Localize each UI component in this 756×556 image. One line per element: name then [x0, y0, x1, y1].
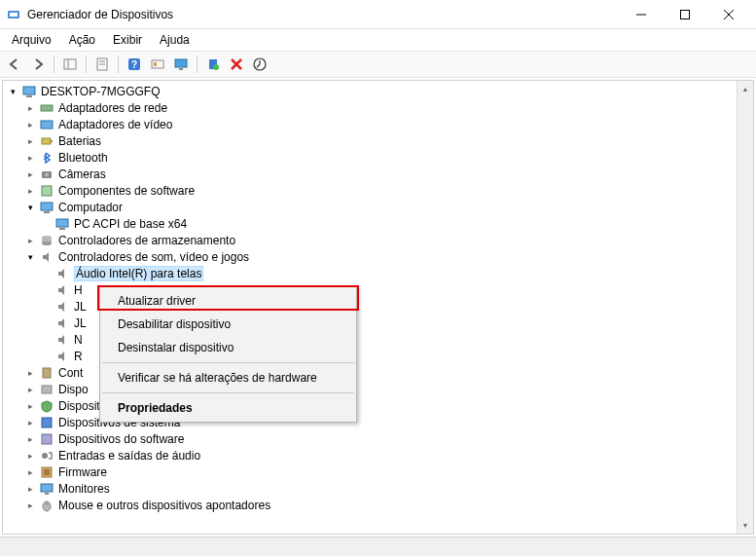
tree-label: Componentes de software	[58, 184, 195, 198]
tree-label: JL	[74, 300, 87, 314]
svg-rect-15	[175, 59, 187, 67]
chevron-right-icon[interactable]: ▸	[24, 167, 37, 180]
computer-icon	[21, 84, 37, 99]
toolbar-icon[interactable]	[147, 54, 168, 75]
tree-item[interactable]: ▾ Computador	[3, 199, 753, 215]
svg-point-29	[45, 172, 49, 176]
svg-rect-22	[23, 87, 35, 94]
bluetooth-icon	[39, 150, 54, 166]
uninstall-button[interactable]	[226, 54, 247, 75]
network-adapter-icon	[39, 100, 54, 116]
chevron-down-icon[interactable]: ▾	[24, 250, 37, 263]
chevron-right-icon[interactable]: ▸	[24, 101, 37, 114]
tree-item[interactable]: ▸ Controladores de armazenamento	[3, 232, 753, 248]
menubar: Arquivo Ação Exibir Ajuda	[0, 29, 756, 51]
chevron-right-icon[interactable]: ▸	[24, 482, 37, 495]
tree-item[interactable]: ▸ Monitores	[3, 480, 753, 497]
context-properties[interactable]: Propriedades	[100, 396, 356, 420]
svg-text:?: ?	[131, 59, 137, 70]
tree-item[interactable]: ▸ Bluetooth	[3, 149, 753, 166]
chevron-right-icon[interactable]: ▸	[24, 234, 37, 246]
forward-button[interactable]	[27, 54, 49, 75]
back-button[interactable]	[4, 54, 25, 75]
scan-hardware-button[interactable]	[202, 54, 224, 75]
chevron-right-icon[interactable]: ▸	[24, 151, 37, 164]
svg-rect-16	[179, 68, 183, 70]
computer-icon	[39, 200, 54, 215]
tree-item[interactable]: ▸ Adaptadores de vídeo	[3, 116, 753, 132]
scroll-up-icon[interactable]: ▴	[738, 81, 753, 97]
sound-icon	[54, 282, 70, 298]
storage-icon	[39, 233, 54, 248]
chevron-right-icon[interactable]: ▸	[24, 499, 37, 511]
tree-item[interactable]: ▸ Entradas e saídas de áudio	[3, 447, 753, 463]
maximize-button[interactable]	[663, 0, 706, 28]
computer-icon	[54, 216, 70, 232]
tree-item[interactable]: ▸ Firmware	[3, 463, 753, 480]
svg-rect-3	[680, 10, 689, 19]
chevron-down-icon[interactable]: ▾	[24, 201, 37, 213]
chevron-right-icon[interactable]: ▸	[24, 432, 37, 445]
svg-rect-23	[26, 95, 32, 97]
chevron-right-icon[interactable]: ▸	[24, 449, 37, 462]
properties-button[interactable]	[91, 54, 113, 75]
menu-help[interactable]: Ajuda	[152, 31, 198, 49]
monitor-icon[interactable]	[170, 54, 192, 75]
chevron-right-icon[interactable]: ▸	[24, 118, 37, 130]
chevron-down-icon[interactable]: ▾	[7, 85, 19, 97]
vertical-scrollbar[interactable]: ▴ ▾	[737, 81, 753, 534]
svg-rect-40	[42, 418, 52, 427]
sound-icon	[54, 315, 70, 331]
menu-file[interactable]: Arquivo	[4, 31, 59, 49]
tree-label: Dispo	[58, 383, 89, 396]
context-update-driver[interactable]: Atualizar driver	[100, 289, 356, 313]
tree-label: DESKTOP-7MGGGFQ	[41, 85, 160, 98]
tree-label: Mouse e outros dispositivos apontadores	[58, 499, 270, 512]
help-button[interactable]: ?	[124, 54, 145, 75]
tree-item[interactable]: ▸ Dispositivos do software	[3, 430, 753, 447]
monitor-icon	[39, 481, 54, 497]
toolbar-separator	[197, 56, 198, 73]
svg-rect-44	[44, 469, 50, 475]
tree-item[interactable]: ▸ Baterias	[3, 132, 753, 149]
tree-item[interactable]: ▸ Adaptadores de rede	[3, 99, 753, 116]
tree-label: N	[74, 333, 83, 347]
tree-item-selected[interactable]: Áudio Intel(R) para telas	[3, 265, 753, 281]
tree-item[interactable]: ▸ Câmeras	[3, 166, 753, 182]
tree-label: Cont	[58, 366, 83, 380]
toolbar: ?	[0, 51, 756, 78]
menu-action[interactable]: Ação	[61, 31, 103, 49]
tree-item[interactable]: ▸ Mouse e outros dispositivos apontadore…	[3, 497, 753, 513]
update-button[interactable]	[249, 54, 270, 75]
statusbar	[0, 537, 756, 556]
tree-item[interactable]: ▾ Controladores de som, vídeo e jogos	[3, 248, 753, 265]
tree-label: Entradas e saídas de áudio	[58, 449, 200, 463]
audio-io-icon	[39, 448, 54, 463]
chevron-right-icon[interactable]: ▸	[24, 465, 37, 478]
tree-label: Controladores de som, vídeo e jogos	[58, 250, 249, 264]
svg-rect-26	[42, 138, 51, 144]
sound-icon	[54, 299, 70, 315]
minimize-button[interactable]	[619, 0, 663, 28]
tree-label: Controladores de armazenamento	[58, 234, 235, 247]
chevron-right-icon[interactable]: ▸	[24, 383, 37, 395]
tree-root[interactable]: ▾ DESKTOP-7MGGGFQ	[3, 83, 753, 99]
chevron-right-icon[interactable]: ▸	[24, 184, 37, 197]
context-uninstall-device[interactable]: Desinstalar dispositivo	[100, 336, 356, 359]
svg-rect-31	[41, 203, 53, 210]
close-button[interactable]	[706, 0, 750, 28]
tree-item[interactable]: PC ACPI de base x64	[3, 215, 753, 232]
context-scan-hardware[interactable]: Verificar se há alterações de hardware	[100, 366, 356, 389]
show-hide-button[interactable]	[59, 54, 81, 75]
tree-item[interactable]: ▸ Componentes de software	[3, 182, 753, 199]
svg-rect-1	[10, 13, 18, 17]
menu-view[interactable]: Exibir	[105, 31, 150, 49]
scroll-down-icon[interactable]: ▾	[738, 517, 753, 534]
chevron-right-icon[interactable]: ▸	[24, 399, 37, 412]
chevron-right-icon[interactable]: ▸	[24, 366, 37, 379]
context-disable-device[interactable]: Desabilitar dispositivo	[100, 313, 356, 336]
chevron-right-icon[interactable]: ▸	[24, 416, 37, 428]
toolbar-separator	[54, 56, 54, 73]
toolbar-separator	[86, 56, 87, 73]
chevron-right-icon[interactable]: ▸	[24, 134, 37, 147]
